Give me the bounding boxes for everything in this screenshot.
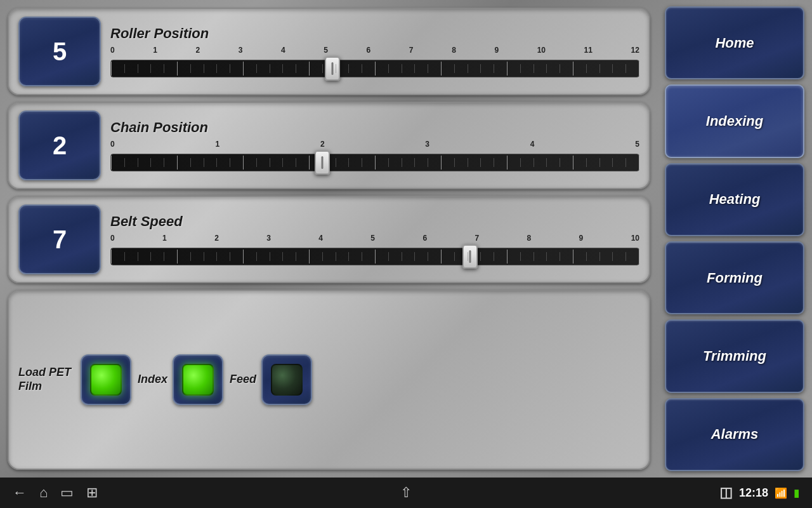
- chain-position-thumb[interactable]: [315, 150, 330, 175]
- roller-position-thumb[interactable]: [325, 57, 340, 81]
- ruler-tick: [639, 62, 639, 76]
- ruler-tick: [309, 156, 310, 170]
- ruler-tick: [507, 62, 508, 76]
- chain-position-panel: 2 Chain Position 0 1 2 3 4 5: [8, 102, 650, 189]
- ruler-tick: [111, 250, 112, 264]
- ruler-tick: [454, 158, 455, 167]
- ruler-tick: [243, 156, 244, 170]
- index-indicator: [182, 364, 214, 396]
- ruler-tick: [454, 64, 455, 73]
- ruler-tick: [282, 64, 283, 73]
- home-icon[interactable]: ⌂: [39, 485, 48, 501]
- trimming-button[interactable]: Trimming: [665, 319, 804, 392]
- ruler-tick: [388, 64, 389, 73]
- toggles-panel: Load PET Film Index Feed: [8, 290, 650, 470]
- ruler-tick: [362, 64, 362, 73]
- ruler-tick: [164, 158, 164, 167]
- ruler-tick: [204, 64, 204, 73]
- ruler-tick: [190, 158, 191, 167]
- ruler-tick: [309, 250, 310, 264]
- roller-position-value: 5: [18, 17, 101, 86]
- ruler-tick: [243, 250, 244, 264]
- up-arrow-icon[interactable]: ⇧: [400, 485, 412, 500]
- ruler-tick: [546, 158, 547, 167]
- ruler-tick: [612, 158, 613, 167]
- ruler-tick: [480, 64, 481, 73]
- load-pet-film-group: Load PET Film: [18, 354, 131, 405]
- ruler-tick: [190, 64, 191, 73]
- index-button[interactable]: [173, 354, 223, 405]
- back-icon[interactable]: ←: [13, 485, 27, 501]
- belt-speed-slider-section: Belt Speed 0 1 2 3 4 5 6 7 8 9 10: [110, 213, 639, 265]
- roller-ticks: [111, 60, 639, 77]
- feed-button[interactable]: [261, 354, 312, 405]
- status-bar-right: ◫ 12:18 📶 ▮: [719, 485, 799, 501]
- ruler-tick: [586, 252, 587, 261]
- ruler-tick: [454, 252, 455, 261]
- feed-label: Feed: [230, 373, 256, 387]
- ruler-tick: [494, 252, 494, 261]
- left-panel: 5 Roller Position 0 1 2 3 4 5 6 7 8 9 10…: [0, 0, 660, 478]
- roller-position-panel: 5 Roller Position 0 1 2 3 4 5 6 7 8 9 10…: [8, 8, 650, 95]
- ruler-tick: [625, 64, 626, 73]
- heating-button[interactable]: Heating: [665, 163, 804, 236]
- ruler-tick: [256, 158, 257, 167]
- ruler-tick: [428, 64, 428, 73]
- ruler-tick: [414, 158, 415, 167]
- ruler-tick: [243, 62, 244, 76]
- home-button[interactable]: Home: [665, 6, 804, 79]
- ruler-tick: [204, 252, 204, 261]
- belt-speed-label: Belt Speed: [110, 213, 639, 230]
- ruler-tick: [256, 64, 257, 73]
- ruler-tick: [402, 158, 402, 167]
- forming-button[interactable]: Forming: [665, 241, 804, 314]
- ruler-tick: [322, 64, 323, 73]
- ruler-tick: [138, 158, 138, 167]
- ruler-tick: [111, 62, 112, 76]
- grid-icon[interactable]: ⊞: [86, 485, 98, 501]
- ruler-tick: [230, 252, 230, 261]
- ruler-tick: [282, 158, 283, 167]
- feed-group: Feed: [230, 354, 312, 405]
- ruler-tick: [138, 64, 138, 73]
- ruler-tick: [560, 252, 560, 261]
- ruler-tick: [520, 158, 521, 167]
- ruler-tick: [230, 158, 230, 167]
- status-bar-left: ← ⌂ ▭ ⊞: [13, 485, 98, 501]
- belt-speed-track[interactable]: [110, 248, 639, 265]
- recents-icon[interactable]: ▭: [60, 485, 74, 501]
- ruler-tick: [190, 252, 191, 261]
- ruler-tick: [414, 252, 415, 261]
- ruler-tick: [520, 64, 521, 73]
- ruler-tick: [494, 64, 494, 73]
- belt-speed-thumb[interactable]: [462, 244, 478, 269]
- ruler-tick: [573, 250, 573, 264]
- ruler-tick: [230, 64, 230, 73]
- roller-position-label: Roller Position: [110, 25, 639, 42]
- ruler-tick: [111, 156, 112, 170]
- ruler-tick: [441, 156, 442, 170]
- ruler-tick: [296, 252, 296, 261]
- ruler-tick: [507, 156, 508, 170]
- alarms-button[interactable]: Alarms: [665, 398, 804, 471]
- ruler-tick: [375, 62, 376, 76]
- ruler-tick: [270, 64, 270, 73]
- ruler-tick: [150, 252, 151, 261]
- ruler-tick: [534, 64, 534, 73]
- belt-speed-value: 7: [18, 204, 101, 274]
- content-area: 5 Roller Position 0 1 2 3 4 5 6 7 8 9 10…: [0, 0, 812, 478]
- chain-position-track[interactable]: [110, 154, 639, 171]
- ruler-tick: [586, 64, 587, 73]
- roller-position-track[interactable]: [110, 60, 639, 77]
- indexing-button[interactable]: Indexing: [665, 84, 804, 157]
- ruler-tick: [546, 64, 547, 73]
- ruler-tick: [441, 62, 442, 76]
- ruler-tick: [507, 250, 508, 264]
- battery-icon: ▮: [794, 487, 799, 499]
- ruler-tick: [282, 252, 283, 261]
- ruler-tick: [560, 158, 560, 167]
- ruler-tick: [599, 64, 600, 73]
- ruler-tick: [468, 158, 468, 167]
- load-pet-film-button[interactable]: [81, 354, 131, 405]
- ruler-tick: [625, 158, 626, 167]
